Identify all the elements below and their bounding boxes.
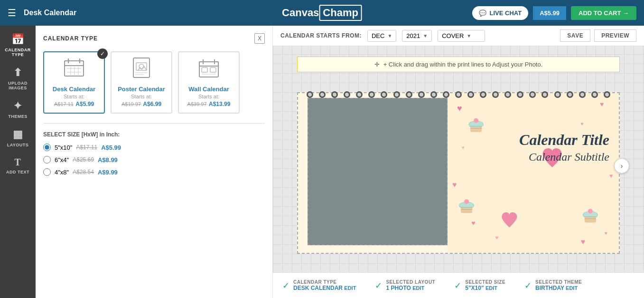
- poster-starts-label: Starts at:: [116, 94, 167, 99]
- wall-original-price: A$39.97: [187, 101, 207, 107]
- poster-calendar-card[interactable]: Poster Calendar Starts at: A$19.97 A$6.9…: [111, 51, 172, 114]
- spiral-dot: [381, 91, 387, 98]
- status-edit-1[interactable]: EDIT: [344, 285, 356, 291]
- status-calendar-type: ✓ CALENDAR TYPE DESK CALENDAR EDIT: [282, 279, 356, 291]
- svg-text:♥: ♥: [495, 234, 498, 241]
- svg-text:♥: ♥: [609, 173, 613, 179]
- header-right: 💬 LIVE CHAT A$5.99 ADD TO CART →: [472, 6, 636, 20]
- header-left: ☰ Desk Calendar: [8, 7, 76, 19]
- size-radio-5x10[interactable]: [43, 144, 51, 151]
- panel-close-button[interactable]: X: [254, 33, 265, 44]
- price-button[interactable]: A$5.99: [533, 6, 566, 20]
- spiral-dot: [480, 91, 486, 98]
- sidebar-item-themes[interactable]: ✦ THEMES: [0, 95, 36, 124]
- size-option-6x4[interactable]: 6"x4" A$25.69 A$8.99: [43, 156, 265, 163]
- text-icon: T: [15, 157, 21, 168]
- poster-calendar-icon: [116, 57, 167, 83]
- calendar-icon: 📅: [11, 33, 25, 46]
- spiral-dot: [529, 91, 536, 98]
- cupcake-pattern: ♥ ♥ ♥ ♥ ♥ ♥ ♥ ♥ ♥ ♥ ♥: [448, 93, 619, 253]
- canvas-area: CALENDAR STARTS FROM: DEC ▼ 2021 ▼ COVER…: [273, 26, 644, 298]
- sidebar-item-calendar-type[interactable]: 📅 CALENDARTYPE: [0, 29, 36, 62]
- themes-icon: ✦: [13, 100, 22, 112]
- header: ☰ Desk Calendar Canvas Champ 💬 LIVE CHAT…: [0, 0, 644, 26]
- calendar-subtitle: Calendar Subtitle: [519, 151, 609, 163]
- size-orig-4x8: A$28.54: [73, 169, 94, 175]
- size-orig-5x10: A$17.11: [76, 144, 97, 151]
- spiral-dot: [430, 91, 437, 98]
- calendar-preview[interactable]: ♥ ♥ ♥ ♥ ♥ ♥ ♥ ♥ ♥ ♥ ♥: [297, 78, 620, 254]
- hamburger-icon[interactable]: ☰: [8, 7, 16, 19]
- size-dimension-4x8: 4"x8": [55, 169, 69, 176]
- size-dimension-6x4: 6"x4": [55, 156, 69, 163]
- svg-rect-1: [65, 61, 84, 66]
- sidebar-item-add-text[interactable]: T ADD TEXT: [0, 152, 36, 179]
- live-chat-button[interactable]: 💬 LIVE CHAT: [472, 6, 528, 20]
- next-nav-arrow[interactable]: ›: [614, 158, 629, 173]
- size-option-5x10[interactable]: 5"x10" A$17.11 A$5.99: [43, 144, 265, 151]
- spiral-dot: [455, 91, 462, 98]
- spiral-dot: [467, 91, 474, 98]
- status-item-text-2: SELECTED LAYOUT 1 PHOTO EDIT: [386, 279, 435, 291]
- sidebar-label-calendar: CALENDARTYPE: [5, 48, 31, 57]
- spiral-dot: [567, 91, 573, 98]
- spiral-dot: [356, 91, 363, 98]
- calendar-body[interactable]: ♥ ♥ ♥ ♥ ♥ ♥ ♥ ♥ ♥ ♥ ♥: [297, 92, 620, 254]
- month-value: DEC: [372, 32, 384, 39]
- logo: Canvas Champ: [282, 5, 362, 21]
- status-bar: ✓ CALENDAR TYPE DESK CALENDAR EDIT ✓ SEL…: [273, 272, 644, 298]
- size-radio-6x4[interactable]: [43, 156, 51, 163]
- status-value-1: DESK CALENDAR EDIT: [293, 285, 356, 291]
- calendar-title: Calendar Title: [519, 131, 609, 149]
- size-radio-4x8[interactable]: [43, 168, 51, 176]
- status-size: ✓ SELECTED SIZE 5"X10" EDIT: [454, 279, 505, 291]
- calendar-title-area: Calendar Title Calendar Subtitle: [519, 131, 609, 163]
- status-edit-2[interactable]: EDIT: [412, 285, 424, 291]
- preview-button[interactable]: PREVIEW: [594, 29, 636, 42]
- spiral-dot: [368, 91, 375, 98]
- status-value-2: 1 PHOTO EDIT: [386, 285, 435, 291]
- cover-selector[interactable]: COVER ▼: [438, 30, 485, 42]
- status-check-2: ✓: [375, 280, 382, 291]
- logo-canvas: Canvas: [282, 7, 319, 19]
- month-selector[interactable]: DEC ▼: [367, 30, 396, 42]
- spiral-dot: [492, 91, 499, 98]
- year-selector[interactable]: 2021 ▼: [402, 30, 432, 42]
- sidebar-item-upload-images[interactable]: ⬆ UPLOADIMAGES: [0, 62, 36, 95]
- spiral-dot: [591, 91, 598, 98]
- wall-calendar-card[interactable]: Wall Calendar Starts at: A$39.97 A$13.99: [178, 51, 240, 114]
- status-label-4: SELECTED THEME: [535, 279, 582, 285]
- svg-text:♥: ♥: [605, 231, 607, 236]
- month-arrow: ▼: [387, 33, 392, 38]
- spiral-dot: [541, 91, 548, 98]
- cover-value: COVER: [442, 32, 464, 39]
- sidebar-item-layouts[interactable]: ▦ LAYOUTS: [0, 124, 36, 152]
- desk-calendar-name: Desk Calendar: [49, 86, 99, 93]
- save-button[interactable]: SAVE: [560, 29, 590, 42]
- status-edit-3[interactable]: EDIT: [485, 285, 497, 291]
- selected-checkmark: ✓: [97, 48, 108, 59]
- svg-text:♥: ♥: [462, 145, 465, 150]
- desk-sale-price: A$5.99: [75, 101, 94, 107]
- status-value-3: 5"X10" EDIT: [465, 285, 505, 291]
- svg-rect-14: [199, 62, 218, 77]
- photo-placeholder[interactable]: [308, 98, 448, 245]
- svg-point-42: [464, 199, 469, 204]
- status-item-text-1: CALENDAR TYPE DESK CALENDAR EDIT: [293, 279, 356, 291]
- add-to-cart-button[interactable]: ADD TO CART →: [571, 6, 636, 20]
- svg-rect-21: [448, 93, 619, 253]
- desk-calendar-icon: [49, 57, 99, 83]
- calendar-right-side: ♥ ♥ ♥ ♥ ♥ ♥ ♥ ♥ ♥ ♥ ♥: [448, 93, 619, 253]
- sidebar-label-upload: UPLOADIMAGES: [8, 81, 28, 90]
- status-edit-4[interactable]: EDIT: [566, 285, 578, 291]
- desk-calendar-card[interactable]: ✓ Desk Calendar Starts at:: [43, 51, 105, 114]
- sidebar-label-themes: THEMES: [8, 114, 28, 119]
- spiral-dot: [344, 91, 350, 98]
- calendar-type-cards: ✓ Desk Calendar Starts at:: [43, 51, 265, 114]
- spiral-dot: [443, 91, 449, 98]
- svg-point-48: [588, 209, 593, 213]
- status-label-1: CALENDAR TYPE: [293, 279, 356, 285]
- page-title: Desk Calendar: [24, 9, 76, 17]
- size-option-4x8[interactable]: 4"x8" A$28.54 A$9.99: [43, 168, 265, 176]
- size-sale-5x10: A$5.99: [101, 144, 121, 151]
